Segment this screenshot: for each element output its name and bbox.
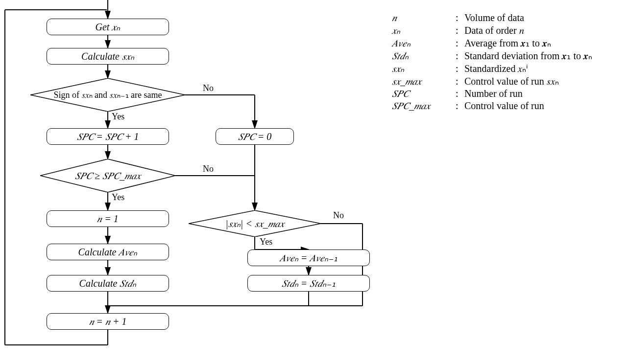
legend-desc: Average from 𝒙₁ to 𝒙ₙ <box>464 37 551 49</box>
legend-symbol: 𝑆𝑃𝐶_𝑚𝑎𝑥 <box>392 100 456 112</box>
legend-symbol: 𝑛 <box>392 12 456 23</box>
legend: 𝑛:Volume of data 𝑥ₙ:Data of order 𝑛 𝐴𝑣𝑒ₙ… <box>392 12 592 113</box>
box-get-xn: Get 𝑥ₙ <box>47 19 169 35</box>
decision-sign-same: Sign of 𝑠𝑥ₙ and 𝑠𝑥ₙ₋₁ are same <box>30 78 185 112</box>
legend-desc: Standardized 𝑥ₙⁱ <box>464 63 528 74</box>
legend-desc: Volume of data <box>464 12 524 23</box>
text: 𝑆𝑃𝐶 ≥ 𝑆𝑃𝐶_𝑚𝑎𝑥 <box>75 170 141 182</box>
text: Calculate 𝐴𝑣𝑒ₙ <box>78 246 138 258</box>
label-yes-3: Yes <box>260 237 272 247</box>
box-ave-prev: 𝐴𝑣𝑒ₙ = 𝐴𝑣𝑒ₙ₋₁ <box>247 250 370 266</box>
box-std-prev: 𝑆𝑡𝑑ₙ = 𝑆𝑡𝑑ₙ₋₁ <box>247 275 370 292</box>
legend-symbol: 𝑠𝑥ₙ <box>392 63 456 74</box>
legend-row: 𝐴𝑣𝑒ₙ:Average from 𝒙₁ to 𝒙ₙ <box>392 37 592 49</box>
label-no-2: No <box>203 164 214 174</box>
label-no-1: No <box>203 83 214 93</box>
text: Calculate 𝑆𝑡𝑑ₙ <box>79 277 137 289</box>
text: 𝑆𝑃𝐶 = 𝑆𝑃𝐶 + 1 <box>77 131 139 142</box>
decision-sx-max: |𝑠𝑥ₙ| < 𝑠𝑥_𝑚𝑎𝑥 <box>189 210 321 237</box>
box-calc-ave: Calculate 𝐴𝑣𝑒ₙ <box>47 244 169 260</box>
legend-desc: Control value of run <box>464 100 544 112</box>
text: 𝐴𝑣𝑒ₙ = 𝐴𝑣𝑒ₙ₋₁ <box>280 252 338 264</box>
label-no-3: No <box>333 210 344 221</box>
box-calc-sxn: Calculate 𝑠𝑥ₙ <box>47 48 169 65</box>
legend-row: 𝑛:Volume of data <box>392 12 592 23</box>
box-spc-inc: 𝑆𝑃𝐶 = 𝑆𝑃𝐶 + 1 <box>47 128 169 145</box>
text: 𝑆𝑃𝐶 = 0 <box>238 131 272 142</box>
text: 𝑛 = 1 <box>97 213 119 225</box>
text: Get 𝑥ₙ <box>96 21 121 33</box>
legend-row: 𝑆𝑃𝐶:Number of run <box>392 88 592 99</box>
legend-symbol: 𝑆𝑃𝐶 <box>392 88 456 99</box>
label-yes-1: Yes <box>112 112 124 122</box>
text: Sign of 𝑠𝑥ₙ and 𝑠𝑥ₙ₋₁ are same <box>54 90 162 100</box>
legend-row: 𝑠𝑥_𝑚𝑎𝑥:Control value of run 𝑠𝑥ₙ <box>392 75 592 87</box>
legend-desc: Data of order 𝑛 <box>464 25 524 36</box>
legend-symbol: 𝑆𝑡𝑑ₙ <box>392 50 456 62</box>
legend-row: 𝑆𝑡𝑑ₙ:Standard deviation from 𝒙₁ to 𝒙ₙ <box>392 50 592 62</box>
text: |𝑠𝑥ₙ| < 𝑠𝑥_𝑚𝑎𝑥 <box>225 218 284 229</box>
legend-desc: Standard deviation from 𝒙₁ to 𝒙ₙ <box>464 50 592 62</box>
legend-desc: Control value of run 𝑠𝑥ₙ <box>464 75 559 87</box>
legend-row: 𝑠𝑥ₙ:Standardized 𝑥ₙⁱ <box>392 63 592 74</box>
decision-spc-max: 𝑆𝑃𝐶 ≥ 𝑆𝑃𝐶_𝑚𝑎𝑥 <box>40 159 175 192</box>
text: 𝑆𝑡𝑑ₙ = 𝑆𝑡𝑑ₙ₋₁ <box>282 277 336 289</box>
box-calc-std: Calculate 𝑆𝑡𝑑ₙ <box>47 275 169 292</box>
box-n-inc: 𝑛 = 𝑛 + 1 <box>47 313 169 330</box>
text: 𝑛 = 𝑛 + 1 <box>89 316 127 327</box>
legend-row: 𝑥ₙ:Data of order 𝑛 <box>392 24 592 36</box>
legend-symbol: 𝐴𝑣𝑒ₙ <box>392 37 456 49</box>
legend-row: 𝑆𝑃𝐶_𝑚𝑎𝑥:Control value of run <box>392 100 592 112</box>
flowchart-canvas: { "flow": { "b1": "Get 𝑥ₙ", "b2": "Calcu… <box>0 0 629 364</box>
text: Calculate 𝑠𝑥ₙ <box>81 50 134 62</box>
box-spc-zero: 𝑆𝑃𝐶 = 0 <box>216 128 294 145</box>
legend-symbol: 𝑥ₙ <box>392 24 456 36</box>
box-n-eq-1: 𝑛 = 1 <box>47 210 169 227</box>
legend-symbol: 𝑠𝑥_𝑚𝑎𝑥 <box>392 76 456 87</box>
label-yes-2: Yes <box>112 192 124 203</box>
legend-desc: Number of run <box>464 88 523 99</box>
